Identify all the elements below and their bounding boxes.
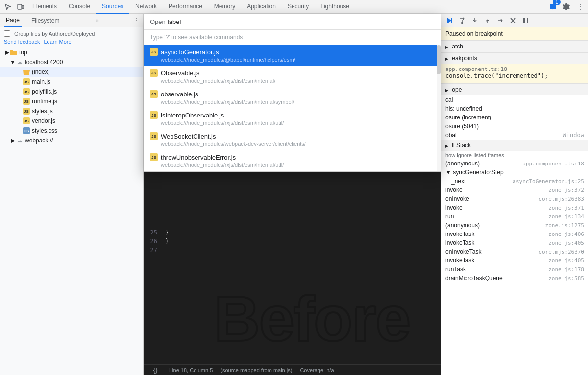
- result-path-5b: al: [270, 162, 274, 168]
- tree-item-webpack[interactable]: ▶ ☁ webpack://: [0, 136, 143, 145]
- toolbar-left-icons: [2, 1, 26, 13]
- breakpoints-chevron: [445, 55, 450, 62]
- result-item-2[interactable]: JS observable.js webpack:///node_modules…: [144, 87, 441, 108]
- learn-link[interactable]: Learn More: [44, 39, 71, 45]
- result-path-1a: webpack:///node_modules/rxjs/dist/esm/in…: [161, 78, 270, 84]
- call-stack-item-5[interactable]: invoke zone.js:371: [441, 203, 588, 212]
- tab-security[interactable]: Security: [282, 0, 315, 14]
- left-panel: Page Filesystem » ⋮ Group files by Autho…: [0, 14, 144, 375]
- result-item-5[interactable]: JS throwUnobservableError.js webpack:///…: [144, 150, 441, 171]
- call-stack-item-4[interactable]: onInvoke core.mjs:26383: [441, 194, 588, 203]
- file-tree: ▶ top ▼ ☁ localhost:4200 (index): [0, 47, 143, 375]
- tab-elements[interactable]: Elements: [26, 0, 63, 14]
- tab-memory[interactable]: Memory: [208, 0, 241, 14]
- call-stack-item-2[interactable]: _next asyncToGenerator.js:25: [441, 177, 588, 186]
- call-stack-item-11[interactable]: invokeTask zone.js:405: [441, 256, 588, 265]
- tree-item-runtime[interactable]: JS runtime.js: [0, 96, 143, 106]
- tree-item-index[interactable]: (index): [0, 67, 143, 77]
- call-stack-label: ll Stack: [452, 142, 471, 149]
- tree-item-styles-js[interactable]: JS styles.js: [0, 106, 143, 116]
- tab-application[interactable]: Application: [241, 0, 282, 14]
- tab-network[interactable]: Network: [129, 0, 163, 14]
- result-path-3a: webpack:///node_modules/rxjs/dist/esm/in…: [161, 120, 270, 126]
- call-stack-item-9[interactable]: invokeTask zone.js:405: [441, 238, 588, 247]
- deactivate-breakpoints-icon[interactable]: [507, 15, 519, 26]
- code-content-25: }: [163, 228, 169, 237]
- result-item-4[interactable]: JS WebSocketClient.js webpack:///node_mo…: [144, 129, 441, 150]
- step-into-icon[interactable]: [469, 15, 481, 26]
- panel-menu-icon[interactable]: ⋮: [133, 17, 139, 24]
- scope-label: ope: [452, 86, 462, 93]
- breakpoint-codeline: console.trace("incremented");: [445, 72, 584, 79]
- call-stack-name-1: ▼ syncGeneratorStep: [445, 169, 504, 176]
- cursor-icon[interactable]: [2, 1, 14, 13]
- tab-page[interactable]: Page: [4, 14, 22, 27]
- file-icon-3: JS: [150, 111, 158, 119]
- more-icon[interactable]: ⋮: [574, 1, 586, 13]
- call-stack-name-11: invokeTask: [445, 257, 474, 264]
- call-stack-name-4: onInvoke: [445, 195, 469, 202]
- format-icon[interactable]: {}: [149, 364, 161, 375]
- tree-item-vendor[interactable]: JS vendor.js: [0, 116, 143, 126]
- scope-header[interactable]: ope: [441, 84, 588, 95]
- step-icon[interactable]: [494, 15, 506, 26]
- tree-label-polyfills: polyfills.js: [32, 88, 57, 95]
- breakpoint-file: app.component.ts:18: [445, 66, 584, 72]
- debug-toolbar: [441, 14, 588, 27]
- file-icon-1: JS: [150, 69, 158, 77]
- call-stack-loc-6: zone.js:134: [548, 213, 584, 220]
- status-source-map: (source mapped from main.js): [220, 367, 292, 373]
- tab-more[interactable]: »: [96, 17, 99, 24]
- watch-header[interactable]: atch: [441, 41, 588, 52]
- call-stack-item-13[interactable]: drainMicroTaskQueue zone.js:585: [441, 274, 588, 282]
- group-checkbox[interactable]: [4, 30, 10, 37]
- svg-rect-7: [523, 18, 525, 23]
- quick-open-results: JS asyncToGenerator.js webpack:///node_m…: [144, 45, 441, 171]
- call-stack-item-0[interactable]: (anonymous) app.component.ts:18: [441, 159, 588, 168]
- call-stack-item-7[interactable]: (anonymous) zone.js:1275: [441, 221, 588, 230]
- breakpoints-label: eakpoints: [452, 55, 477, 62]
- css-icon: CS: [23, 127, 30, 135]
- call-stack-header[interactable]: ll Stack: [441, 140, 588, 151]
- result-path-1b: al: [270, 78, 274, 84]
- breakpoints-header[interactable]: eakpoints: [441, 52, 588, 64]
- tab-performance[interactable]: Performance: [163, 0, 208, 14]
- cloud-icon: ☁: [16, 58, 24, 66]
- quick-open-input[interactable]: [168, 18, 435, 25]
- file-icon-4: JS: [150, 132, 158, 140]
- call-stack-item-1[interactable]: ▼ syncGeneratorStep: [441, 168, 588, 177]
- result-item-3[interactable]: JS isInteropObservable.js webpack:///nod…: [144, 108, 441, 129]
- chat-icon[interactable]: 1: [547, 1, 559, 13]
- result-item-1[interactable]: JS Observable.js webpack:///node_modules…: [144, 66, 441, 87]
- tree-item-polyfills[interactable]: JS polyfills.js: [0, 87, 143, 96]
- call-stack-item-3[interactable]: invoke zone.js:372: [441, 186, 588, 194]
- call-stack-item-10[interactable]: onInvokeTask core.mjs:26370: [441, 247, 588, 256]
- step-over-icon[interactable]: [456, 15, 468, 26]
- line-number-26: 26: [144, 237, 163, 246]
- show-ignored-frames[interactable]: how ignore-listed frames: [441, 151, 588, 159]
- tab-filesystem[interactable]: Filesystem: [29, 14, 61, 27]
- feedback-link[interactable]: Send feedback: [4, 39, 40, 45]
- tab-lighthouse[interactable]: Lighthouse: [315, 0, 355, 14]
- source-map-link[interactable]: main.js: [273, 367, 291, 373]
- call-stack-item-8[interactable]: invokeTask zone.js:406: [441, 230, 588, 238]
- panel-tabs: Page Filesystem » ⋮: [0, 14, 143, 27]
- tree-label-webpack: webpack://: [25, 137, 53, 144]
- tree-item-localhost[interactable]: ▼ ☁ localhost:4200: [0, 57, 143, 67]
- tree-item-styles-css[interactable]: CS styles.css: [0, 126, 143, 136]
- step-out-icon[interactable]: [482, 15, 493, 26]
- tab-console[interactable]: Console: [63, 0, 96, 14]
- resume-icon[interactable]: [443, 15, 455, 26]
- quick-open-scroll-thumb[interactable]: [437, 45, 441, 74]
- gear-icon[interactable]: [561, 1, 572, 13]
- call-stack-item-12[interactable]: runTask zone.js:178: [441, 265, 588, 274]
- tab-sources[interactable]: Sources: [96, 0, 129, 14]
- call-stack-name-3: invoke: [445, 187, 463, 193]
- pause-icon[interactable]: [520, 15, 532, 26]
- tree-item-main-js[interactable]: JS main.js: [0, 77, 143, 87]
- device-icon[interactable]: [15, 1, 26, 13]
- tree-label-vendor: vendor.js: [32, 117, 55, 124]
- call-stack-item-6[interactable]: run zone.js:134: [441, 212, 588, 221]
- tree-item-top[interactable]: ▶ top: [0, 47, 143, 57]
- result-item-0[interactable]: JS asyncToGenerator.js webpack:///node_m…: [144, 45, 441, 66]
